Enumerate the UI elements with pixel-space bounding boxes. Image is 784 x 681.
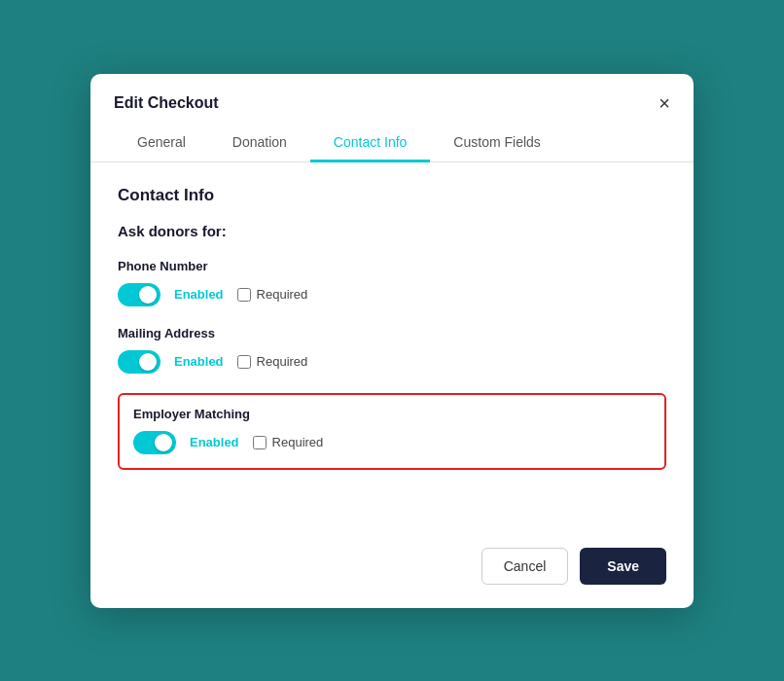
ask-donors-label: Ask donors for: bbox=[118, 223, 666, 239]
mailing-address-required-wrapper: Required bbox=[237, 354, 308, 369]
mailing-address-toggle[interactable] bbox=[118, 350, 160, 374]
phone-number-toggle-slider bbox=[118, 283, 160, 306]
employer-matching-enabled-label: Enabled bbox=[190, 435, 239, 449]
mailing-address-required-checkbox[interactable] bbox=[237, 355, 251, 369]
modal-body: Contact Info Ask donors for: Phone Numbe… bbox=[90, 162, 694, 513]
phone-number-label: Phone Number bbox=[118, 259, 666, 273]
close-button[interactable]: × bbox=[659, 93, 670, 113]
phone-number-required-label: Required bbox=[257, 287, 308, 302]
phone-number-controls: Enabled Required bbox=[118, 283, 666, 306]
cancel-button[interactable]: Cancel bbox=[481, 548, 569, 585]
field-group-phone-number: Phone Number Enabled Required bbox=[118, 259, 666, 306]
employer-matching-required-checkbox[interactable] bbox=[253, 436, 267, 449]
employer-matching-controls: Enabled Required bbox=[133, 431, 651, 454]
employer-matching-toggle[interactable] bbox=[133, 431, 176, 454]
employer-matching-label: Employer Matching bbox=[133, 407, 651, 421]
tab-contact-info[interactable]: Contact Info bbox=[310, 125, 431, 162]
employer-matching-required-wrapper: Required bbox=[253, 435, 324, 449]
modal-footer: Cancel Save bbox=[90, 532, 694, 608]
field-group-employer-matching: Employer Matching Enabled Required bbox=[118, 393, 666, 470]
save-button[interactable]: Save bbox=[580, 548, 666, 585]
mailing-address-controls: Enabled Required bbox=[118, 350, 666, 374]
tab-general[interactable]: General bbox=[114, 125, 209, 162]
mailing-address-label: Mailing Address bbox=[118, 326, 666, 340]
tab-custom-fields[interactable]: Custom Fields bbox=[430, 125, 563, 162]
employer-matching-required-label: Required bbox=[272, 435, 324, 449]
phone-number-enabled-label: Enabled bbox=[174, 287, 224, 302]
tab-bar: General Donation Contact Info Custom Fie… bbox=[90, 125, 694, 162]
modal-header: Edit Checkout × bbox=[90, 74, 694, 113]
phone-number-required-checkbox[interactable] bbox=[237, 288, 251, 302]
tab-donation[interactable]: Donation bbox=[209, 125, 310, 162]
employer-matching-toggle-slider bbox=[133, 431, 176, 454]
phone-number-toggle[interactable] bbox=[118, 283, 160, 306]
mailing-address-required-label: Required bbox=[257, 354, 308, 369]
mailing-address-toggle-slider bbox=[118, 350, 160, 374]
modal-dialog: Edit Checkout × General Donation Contact… bbox=[90, 74, 694, 608]
section-title: Contact Info bbox=[118, 186, 666, 205]
field-group-mailing-address: Mailing Address Enabled Required bbox=[118, 326, 666, 374]
mailing-address-enabled-label: Enabled bbox=[174, 354, 224, 369]
phone-number-required-wrapper: Required bbox=[237, 287, 308, 302]
modal-title: Edit Checkout bbox=[114, 94, 219, 112]
